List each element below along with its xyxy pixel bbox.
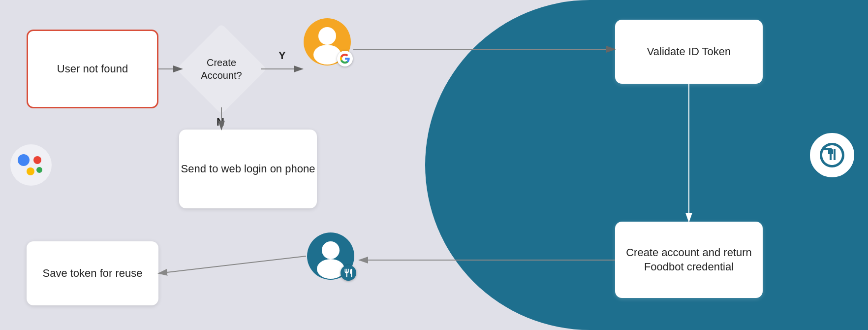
svg-line-21 xyxy=(158,256,306,273)
svg-point-9 xyxy=(322,241,340,259)
svg-point-6 xyxy=(318,27,336,45)
yes-label: Y xyxy=(279,49,286,62)
svg-point-7 xyxy=(313,45,341,65)
svg-point-0 xyxy=(10,144,52,186)
save-token-box: Save token for reuse xyxy=(27,241,158,305)
svg-point-10 xyxy=(317,259,344,279)
create-account-return-box: Create account and return Foodbot creden… xyxy=(615,222,763,298)
user-not-found-box: User not found xyxy=(27,30,158,108)
diagram-container: User not found CreateAccount? Y N Send t… xyxy=(0,0,868,330)
svg-point-3 xyxy=(27,167,34,175)
create-account-diamond-wrapper: CreateAccount? xyxy=(182,20,261,118)
foodbot-right-icon xyxy=(810,133,854,179)
validate-id-token-label: Validate ID Token xyxy=(647,45,731,59)
save-token-label: Save token for reuse xyxy=(42,266,142,281)
create-account-return-label: Create account and return Foodbot creden… xyxy=(615,246,763,274)
svg-point-1 xyxy=(18,154,30,166)
svg-point-11 xyxy=(810,133,854,177)
google-user-icon xyxy=(303,17,352,68)
no-label: N xyxy=(217,116,224,129)
validate-id-token-box: Validate ID Token xyxy=(615,20,763,84)
foodbot-user-icon xyxy=(306,231,355,283)
svg-point-2 xyxy=(33,156,41,164)
google-assistant-icon xyxy=(9,143,53,187)
user-not-found-label: User not found xyxy=(57,62,128,76)
svg-point-4 xyxy=(36,167,42,173)
create-account-diamond xyxy=(176,24,267,114)
send-to-web-login-label: Send to web login on phone xyxy=(181,162,315,176)
send-to-web-login-box: Send to web login on phone xyxy=(179,130,317,208)
